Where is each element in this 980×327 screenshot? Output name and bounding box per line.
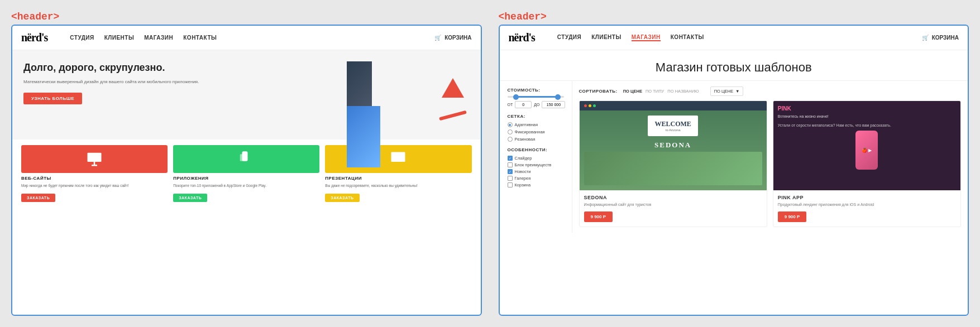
price-slider-fill — [513, 96, 561, 98]
shop-hero-title: Магазин готовых шаблонов — [500, 60, 968, 75]
feature-3[interactable]: Галерея — [508, 176, 564, 181]
product-desc-pink: Продуктовый лендинг приложения для iOS и… — [778, 202, 956, 207]
pink-tagline: Вглянитесь на жизно иначе! — [778, 114, 956, 119]
service-thumb-websites — [21, 145, 168, 173]
price-from-input[interactable] — [515, 101, 532, 108]
products-grid: WELCOME to Arizona SEDONA SEDONA — [579, 100, 962, 227]
service-title-0: ВЕБ-САЙТЫ — [21, 176, 168, 181]
price-slider-thumb-left[interactable] — [513, 94, 519, 100]
grid-option-2[interactable]: Резиновая — [508, 137, 564, 142]
sedona-window-header — [580, 101, 767, 110]
service-desc-1: Покорите топ-10 приложений в AppStore и … — [173, 183, 319, 188]
sedona-brand-title: WELCOME — [654, 120, 691, 128]
service-thumb-apps — [173, 145, 319, 173]
window-dot-yellow — [589, 104, 591, 107]
sedona-name-display: SEDONA — [654, 141, 691, 150]
mobile-icon — [238, 151, 255, 167]
radio-adaptive — [508, 122, 513, 127]
right-header-label: <header> — [499, 11, 969, 22]
sort-options: ПО ЦЕНЕ ПО ТИПУ ПО НАЗВАНИЮ — [623, 89, 699, 94]
service-card-websites: ВЕБ-САЙТЫ Мир никогда не будет прежним п… — [21, 145, 168, 202]
left-nav-cart[interactable]: 🛒 КОРЗИНА — [434, 35, 471, 41]
left-nav-item-0[interactable]: СТУДИЯ — [70, 35, 94, 41]
cost-filter-label: СТОИМОСТЬ: — [508, 88, 564, 93]
pink-desc: Устали от серости мегаполиса? Нам есть, … — [778, 123, 956, 127]
product-price-sedona[interactable]: 9 900 Р — [584, 211, 613, 222]
feature-0[interactable]: Слайдер — [508, 156, 564, 161]
shop-nav-item-0[interactable]: СТУДИЯ — [557, 34, 581, 41]
grid-option-0[interactable]: Адаптивная — [508, 122, 564, 127]
svg-rect-4 — [240, 154, 243, 161]
svg-rect-0 — [88, 153, 102, 162]
service-title-2: ПРЕЗЕНТАЦИИ — [325, 176, 471, 181]
right-browser-mockup: nërd's СТУДИЯ КЛИЕНТЫ МАГАЗИН КОНТАКТЫ 🛒… — [499, 25, 969, 316]
phone-big — [347, 106, 380, 167]
service-cta-2[interactable]: ЗАКАЗАТЬ — [325, 194, 359, 202]
product-desc-sedona: Информационный сайт для туристов — [584, 202, 762, 207]
shop-nav-item-2[interactable]: МАГАЗИН — [632, 34, 661, 41]
service-desc-2: Вы даже не подозреваете, насколько вы уд… — [325, 183, 471, 188]
price-slider-thumb-right[interactable] — [555, 94, 561, 100]
radio-fixed — [508, 129, 513, 134]
hero-title: Долго, дорого, скрупулезно. — [23, 61, 341, 74]
shop-main: СОРТИРОВАТЬ: ПО ЦЕНЕ ПО ТИПУ ПО НАЗВАНИЮ… — [572, 81, 968, 233]
from-label: ОТ — [508, 103, 513, 107]
grid-option-1[interactable]: Фиксированная — [508, 129, 564, 134]
checkbox-advantages — [508, 162, 513, 167]
product-name-pink: PINK APP — [778, 195, 956, 200]
left-nav-item-2[interactable]: МАГАЗИН — [144, 35, 173, 41]
checkbox-cart — [508, 182, 513, 187]
to-label: ДО — [534, 103, 539, 107]
service-title-1: ПРИЛОЖЕНИЯ — [173, 176, 319, 181]
sedona-mockup: WELCOME to Arizona SEDONA — [580, 101, 767, 190]
product-price-pink[interactable]: 9 900 Р — [778, 211, 807, 222]
shop-sidebar: СТОИМОСТЬ: ОТ ДО СЕТКА: — [500, 81, 572, 233]
product-info-pink: PINK APP Продуктовый лендинг приложения … — [773, 190, 960, 227]
page-container: <header> nërd's СТУДИЯ КЛИЕНТЫ МАГАЗИН К… — [0, 0, 980, 327]
shop-nav-cart[interactable]: 🛒 КОРЗИНА — [922, 35, 959, 41]
product-name-sedona: SEDONA — [584, 195, 762, 200]
service-cta-1[interactable]: ЗАКАЗАТЬ — [173, 194, 207, 202]
grid-filter-label: СЕТКА: — [508, 114, 564, 119]
feature-1[interactable]: Блок преимуществ — [508, 162, 564, 167]
service-card-apps: ПРИЛОЖЕНИЯ Покорите топ-10 приложений в … — [173, 145, 319, 202]
cart-icon: 🛒 — [434, 35, 441, 41]
left-hero-section: Долго, дорого, скрупулезно. Математическ… — [12, 50, 481, 140]
sort-by-price[interactable]: ПО ЦЕНЕ — [623, 89, 642, 94]
service-cta-0[interactable]: ЗАКАЗАТЬ — [21, 194, 55, 202]
feature-4[interactable]: Корзина — [508, 182, 564, 187]
svg-rect-8 — [400, 155, 403, 160]
window-dot-green — [593, 104, 596, 107]
sort-by-name[interactable]: ПО НАЗВАНИЮ — [667, 89, 699, 94]
chevron-down-icon: ▼ — [735, 89, 739, 94]
sort-bar: СОРТИРОВАТЬ: ПО ЦЕНЕ ПО ТИПУ ПО НАЗВАНИЮ… — [579, 86, 962, 96]
price-inputs: ОТ ДО — [508, 101, 564, 108]
svg-rect-7 — [398, 154, 400, 160]
product-card-sedona: WELCOME to Arizona SEDONA SEDONA — [579, 100, 767, 227]
shop-nav-item-3[interactable]: КОНТАКТЫ — [671, 34, 704, 41]
service-desc-0: Мир никогда не будет прежним после того … — [21, 183, 168, 188]
left-browser-mockup: nërd's СТУДИЯ КЛИЕНТЫ МАГАЗИН КОНТАКТЫ 🛒… — [11, 25, 482, 316]
red-line-shape — [439, 110, 467, 121]
price-slider-track[interactable] — [508, 96, 564, 98]
shop-nav-item-1[interactable]: КЛИЕНТЫ — [591, 34, 622, 41]
hero-cta-button[interactable]: УЗНАТЬ БОЛЬШЕ — [23, 93, 82, 104]
shop-cart-icon: 🛒 — [922, 35, 929, 41]
left-nav-item-3[interactable]: КОНТАКТЫ — [183, 35, 217, 41]
sedona-brand-sub: to Arizona — [654, 128, 691, 132]
pink-mockup: PINK Вглянитесь на жизно иначе! Устали о… — [773, 101, 960, 190]
left-nav-item-1[interactable]: КЛИЕНТЫ — [104, 35, 135, 41]
sort-dropdown-label: ПО ЦЕНЕ — [714, 89, 733, 94]
checkbox-news — [508, 169, 513, 174]
hero-subtitle: Математически выверенный дизайн для ваше… — [23, 79, 341, 85]
feature-2[interactable]: Новости — [508, 169, 564, 174]
sort-dropdown[interactable]: ПО ЦЕНЕ ▼ — [710, 86, 744, 96]
price-to-input[interactable] — [542, 101, 565, 108]
sedona-bg-img — [584, 152, 762, 185]
radio-rubber — [508, 137, 513, 142]
sort-by-type[interactable]: ПО ТИПУ — [646, 89, 664, 94]
hero-text: Долго, дорого, скрупулезно. Математическ… — [23, 61, 341, 128]
shop-hero: Магазин готовых шаблонов — [500, 50, 968, 81]
svg-rect-6 — [394, 156, 396, 160]
left-nav-bar: nërd's СТУДИЯ КЛИЕНТЫ МАГАЗИН КОНТАКТЫ 🛒… — [12, 26, 481, 50]
